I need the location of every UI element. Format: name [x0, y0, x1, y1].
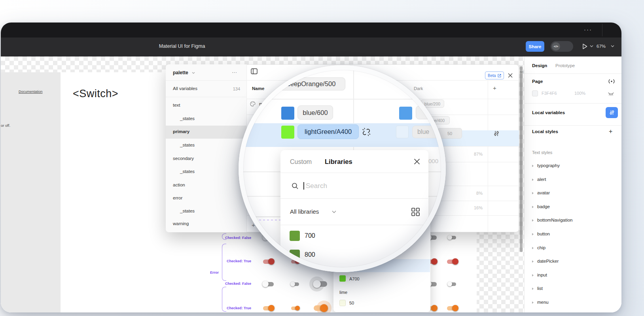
color-swatch	[290, 250, 300, 260]
divider	[280, 198, 428, 199]
tab-custom[interactable]: Custom	[290, 158, 312, 166]
library-item-label[interactable]: A700	[349, 276, 360, 281]
chevron-down-icon	[332, 211, 336, 213]
color-swatch	[339, 300, 346, 306]
libraries-dialog: Custom Libraries All libraries	[280, 150, 428, 267]
library-section-label: lime	[339, 290, 347, 295]
color-swatch	[290, 231, 300, 241]
divider	[280, 225, 428, 225]
library-item-label[interactable]: 700	[305, 232, 315, 239]
close-icon[interactable]	[413, 158, 420, 165]
grid-view-icon[interactable]	[411, 208, 420, 216]
library-item-label[interactable]: 50	[349, 301, 354, 305]
color-swatch	[339, 275, 346, 282]
text-cursor	[303, 182, 304, 190]
page-background: ··· Material UI for Figma Share </> 67% …	[0, 0, 644, 316]
library-item-label[interactable]: 800	[305, 251, 315, 258]
divider	[280, 173, 428, 173]
tab-libraries[interactable]: Libraries	[325, 158, 352, 166]
search-input[interactable]	[306, 182, 409, 190]
library-filter-dropdown[interactable]: All libraries	[290, 208, 319, 215]
app-window: ··· Material UI for Figma Share </> 67% …	[1, 23, 621, 312]
magnifier-circle: deepOrange/500 blue/600 lightGreen/A400 …	[239, 65, 446, 272]
search-icon	[292, 182, 299, 190]
